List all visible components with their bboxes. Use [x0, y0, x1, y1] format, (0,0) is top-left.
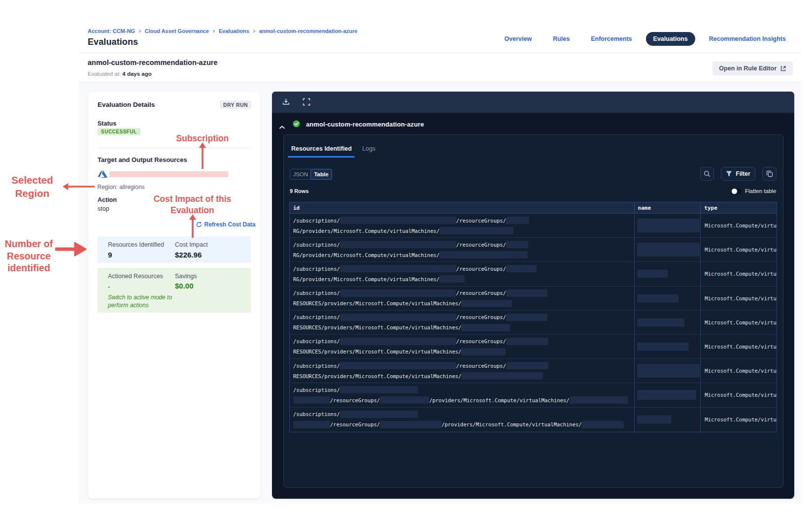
- filter-icon: [726, 171, 732, 177]
- redacted-block: [506, 338, 548, 345]
- resource-type-text: Microsoft.Compute/virtualMachines: [705, 368, 777, 374]
- name-cell: [634, 335, 701, 358]
- dry-run-badge: DRY RUN: [220, 100, 251, 109]
- annotation-arrow-number: [55, 241, 87, 257]
- redacted-block: [637, 416, 671, 424]
- page: Account: CCM-NG>Cloud Asset Governance>E…: [0, 0, 812, 514]
- resource-id-text: /resourceGroups/: [456, 242, 506, 248]
- search-icon: [704, 170, 710, 177]
- region-text: Region: allregions: [98, 184, 145, 191]
- breadcrumb-item[interactable]: Account: CCM-NG: [88, 28, 135, 34]
- evaluated-at-value: 4 days ago: [122, 71, 151, 77]
- resource-type-text: Microsoft.Compute/virtualMachines: [705, 271, 777, 277]
- resources-identified-label: Resources Identified: [108, 241, 164, 248]
- breadcrumb: Account: CCM-NG>Cloud Asset Governance>E…: [88, 28, 358, 34]
- redacted-block: [637, 294, 678, 302]
- resource-id-text: /resourceGroups/: [330, 421, 380, 427]
- copy-button[interactable]: [762, 167, 777, 181]
- tab-resources-identified[interactable]: Resources Identified: [291, 145, 352, 152]
- azure-icon: [98, 169, 108, 179]
- table-row[interactable]: /subscriptions//resourceGroups/RG/provid…: [290, 262, 777, 286]
- redacted-block: [506, 241, 528, 248]
- resource-id-text: /resourceGroups/: [456, 290, 506, 296]
- table-row[interactable]: /subscriptions//resourceGroups/RESOURCES…: [290, 287, 777, 311]
- type-cell: Microsoft.Compute/virtualMachines: [700, 287, 777, 310]
- console-toolbar: [272, 92, 794, 113]
- resource-id-text: /resourceGroups/: [456, 338, 506, 344]
- evaluation-collapse-row[interactable]: anmol-custom-recommendation-azure: [272, 118, 794, 131]
- name-cell: [634, 262, 701, 286]
- top-nav: OverviewRulesEnforcementsEvaluationsReco…: [505, 32, 786, 46]
- breadcrumb-item[interactable]: anmol-custom-recommendation-azure: [259, 28, 358, 34]
- table-row[interactable]: /subscriptions//resourceGroups//provider…: [290, 383, 777, 407]
- id-cell: /subscriptions//resourceGroups/RG/provid…: [290, 238, 634, 261]
- breadcrumb-separator: >: [139, 29, 141, 34]
- subscription-redacted-bar: [109, 171, 228, 177]
- search-button[interactable]: [700, 167, 714, 181]
- table-row[interactable]: /subscriptions//resourceGroups//provider…: [290, 408, 777, 432]
- nav-rules[interactable]: Rules: [553, 35, 570, 42]
- resource-type-text: Microsoft.Compute/virtualMachines: [705, 223, 777, 228]
- table-row[interactable]: /subscriptions//resourceGroups/RESOURCES…: [290, 311, 777, 335]
- actioned-resources-label: Actioned Resources: [108, 273, 163, 280]
- redacted-block: [440, 227, 513, 234]
- resource-id-text: /resourceGroups/: [456, 266, 506, 272]
- resource-id-text: RESOURCES/providers/Microsoft.Compute/vi…: [293, 324, 461, 330]
- resource-id-text: /subscriptions/: [293, 266, 340, 272]
- view-mode-toggle: JSON Table: [290, 169, 332, 180]
- json-view-button[interactable]: JSON: [290, 169, 311, 179]
- refresh-cost-data-label: Refresh Cost Data: [204, 221, 256, 228]
- download-icon[interactable]: [282, 98, 291, 106]
- resource-id-text: RG/providers/Microsoft.Compute/virtualMa…: [293, 276, 440, 282]
- tab-logs[interactable]: Logs: [362, 145, 375, 152]
- redacted-block: [293, 396, 330, 404]
- fullscreen-icon[interactable]: [303, 98, 311, 106]
- toggle-knob: [732, 189, 737, 194]
- annotation-cost-impact: Cost Impact of thisEvaluation: [147, 193, 238, 216]
- table-row[interactable]: /subscriptions//resourceGroups/RESOURCES…: [290, 335, 777, 359]
- type-cell: Microsoft.Compute/virtualMachines: [700, 359, 777, 383]
- redacted-block: [637, 219, 700, 232]
- table-row[interactable]: /subscriptions//resourceGroups/RG/provid…: [290, 238, 777, 262]
- nav-enforcements[interactable]: Enforcements: [591, 35, 632, 42]
- results-panel: Resources Identified Logs JSON Table Fil…: [283, 134, 783, 488]
- nav-evaluations[interactable]: Evaluations: [646, 32, 695, 46]
- nav-recommendation-insights[interactable]: Recommendation Insights: [709, 35, 786, 42]
- chevron-up-icon: [279, 122, 285, 126]
- column-header-id: id: [290, 202, 634, 213]
- open-in-rule-editor-button[interactable]: Open in Rule Editor: [712, 62, 793, 75]
- type-cell: Microsoft.Compute/virtualMachines: [700, 311, 777, 334]
- open-in-rule-editor-label: Open in Rule Editor: [719, 65, 777, 72]
- table-view-button[interactable]: Table: [310, 169, 332, 180]
- cost-impact-label: Cost Impact: [175, 241, 208, 248]
- card-title: Evaluation Details: [98, 101, 155, 108]
- action-label: Action: [98, 196, 117, 203]
- resource-type-text: Microsoft.Compute/virtualMachines: [705, 320, 777, 325]
- resource-id-text: /resourceGroups/: [456, 363, 506, 369]
- resource-id-text: /providers/Microsoft.Compute/virtualMach…: [429, 397, 569, 403]
- actioned-savings-box: Actioned Resources - Savings $0.00 Switc…: [98, 268, 251, 313]
- type-cell: Microsoft.Compute/virtualMachines: [700, 383, 777, 407]
- filter-button[interactable]: Filter: [721, 167, 755, 181]
- resource-id-text: RESOURCES/providers/Microsoft.Compute/vi…: [293, 373, 461, 379]
- resource-type-text: Microsoft.Compute/virtualMachines: [705, 295, 777, 301]
- action-value: stop: [98, 205, 109, 212]
- annotation-number-identified: Number ofResourceidentified: [0, 238, 59, 274]
- resource-id-text: /providers/Microsoft.Compute/virtualMach…: [441, 421, 581, 427]
- status-label: Status: [98, 120, 116, 127]
- breadcrumb-item[interactable]: Cloud Asset Governance: [145, 28, 209, 34]
- flatten-table-label: Flatten table: [745, 188, 776, 194]
- redacted-block: [637, 343, 689, 351]
- breadcrumb-item[interactable]: Evaluations: [219, 28, 249, 34]
- nav-overview[interactable]: Overview: [505, 35, 532, 42]
- resource-id-text: /subscriptions/: [293, 411, 340, 417]
- switch-mode-note: Switch to active mode to perform actions: [108, 294, 182, 309]
- table-row[interactable]: /subscriptions//resourceGroups/RG/provid…: [290, 214, 777, 238]
- flatten-table-control: Flatten table: [732, 188, 776, 194]
- name-cell: [634, 238, 701, 261]
- annotation-arrow-subscription: [198, 142, 207, 169]
- table-row[interactable]: /subscriptions//resourceGroups/RESOURCES…: [290, 359, 777, 383]
- refresh-cost-data-link[interactable]: Refresh Cost Data: [196, 221, 256, 228]
- redacted-block: [340, 411, 418, 418]
- flatten-table-toggle[interactable]: [732, 189, 742, 194]
